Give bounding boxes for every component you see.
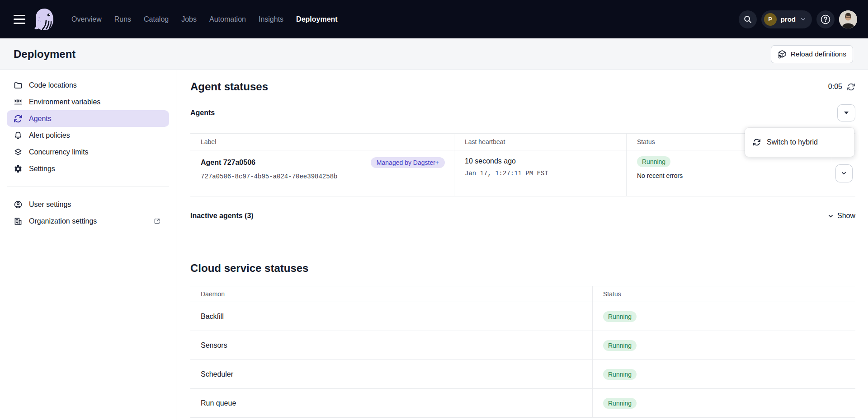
external-link-icon	[153, 217, 161, 225]
managed-badge: Managed by Dagster+	[371, 157, 445, 168]
inactive-agents-title: Inactive agents (3)	[190, 212, 254, 220]
user-avatar[interactable]	[839, 10, 857, 28]
column-header-daemon: Daemon	[190, 286, 593, 302]
agent-row-expand-button[interactable]	[835, 164, 853, 182]
env-vars-icon	[14, 98, 23, 107]
agent-row: Agent 727a0506 Managed by Dagster+ 727a0…	[190, 150, 855, 196]
inactive-agents-show-toggle[interactable]: Show	[827, 212, 855, 220]
page-title: Deployment	[14, 48, 75, 61]
sidebar-item-label: Concurrency limits	[29, 148, 89, 156]
help-button[interactable]	[816, 10, 835, 28]
nav-item-overview[interactable]: Overview	[71, 15, 102, 23]
column-header-label: Label	[190, 134, 454, 150]
cloud-services-table: Daemon Status Backfill Running Sensors R…	[190, 286, 855, 418]
sidebar-item-concurrency-limits[interactable]: Concurrency limits	[7, 144, 169, 160]
sidebar-item-label: Organization settings	[29, 217, 97, 225]
sidebar-item-label: Agents	[29, 115, 52, 123]
refresh-icon[interactable]	[847, 83, 855, 91]
heartbeat-relative: 10 seconds ago	[465, 157, 626, 165]
table-row: Scheduler Running	[190, 360, 855, 389]
workspace-switcher[interactable]: P prod	[761, 10, 812, 28]
sidebar-divider	[7, 187, 169, 187]
layers-icon	[14, 148, 23, 157]
agent-status-badge: Running	[637, 156, 670, 167]
hamburger-menu-icon[interactable]	[14, 15, 25, 24]
agent-name: Agent 727a0506	[201, 159, 255, 167]
reload-definitions-label: Reload definitions	[791, 50, 846, 58]
status-badge: Running	[603, 311, 637, 322]
table-row: Backfill Running	[190, 302, 855, 331]
table-row: Sensors Running	[190, 331, 855, 360]
search-icon	[743, 15, 752, 24]
sidebar-item-organization-settings[interactable]: Organization settings	[7, 213, 169, 229]
sidebar-item-label: Code locations	[29, 81, 77, 89]
search-button[interactable]	[739, 10, 757, 28]
caret-down-icon	[844, 112, 849, 114]
sidebar-item-user-settings[interactable]: User settings	[7, 196, 169, 213]
agents-section-title: Agents	[190, 109, 215, 117]
user-circle-icon	[14, 200, 23, 209]
sidebar-item-environment-variables[interactable]: Environment variables	[7, 93, 169, 110]
sidebar-item-settings[interactable]: Settings	[7, 160, 169, 177]
nav-item-runs[interactable]: Runs	[114, 15, 131, 23]
gear-icon	[14, 164, 23, 173]
deployment-sidebar: Code locations Environment variables Age…	[0, 70, 176, 420]
column-header-status: Status	[593, 286, 855, 302]
agent-cycle-icon	[14, 114, 23, 123]
nav-item-catalog[interactable]: Catalog	[144, 15, 169, 23]
building-icon	[14, 217, 23, 226]
reload-definitions-button[interactable]: Reload definitions	[771, 45, 853, 63]
daemon-name: Sensors	[190, 331, 593, 359]
refresh-countdown: 0:05	[828, 83, 855, 91]
daemon-name: Scheduler	[190, 360, 593, 388]
folder-icon	[14, 81, 23, 90]
table-row: Run queue Running	[190, 389, 855, 418]
cloud-service-statuses-title: Cloud service statuses	[190, 261, 855, 276]
countdown-timer: 0:05	[828, 83, 842, 91]
daemon-name: Backfill	[190, 302, 593, 331]
chevron-down-icon	[840, 170, 847, 177]
nav-item-insights[interactable]: Insights	[259, 15, 283, 23]
column-header-last-heartbeat: Last heartbeat	[454, 134, 627, 150]
bell-icon	[14, 131, 23, 140]
sidebar-item-label: Alert policies	[29, 131, 70, 140]
main-content: Agent statuses 0:05 Agents Label Last he…	[177, 70, 868, 420]
sidebar-item-alert-policies[interactable]: Alert policies	[7, 127, 169, 144]
page-header: Deployment Reload definitions	[0, 38, 868, 70]
agents-actions-menu: Switch to hybrid	[745, 128, 854, 157]
status-badge: Running	[603, 340, 637, 351]
sidebar-item-label: User settings	[29, 201, 71, 209]
sidebar-item-agents[interactable]: Agents	[7, 110, 169, 127]
workspace-name: prod	[781, 15, 796, 23]
show-label: Show	[837, 212, 855, 220]
menu-item-switch-to-hybrid[interactable]: Switch to hybrid	[745, 138, 854, 146]
nav-item-automation[interactable]: Automation	[209, 15, 246, 23]
reload-definitions-icon	[778, 50, 787, 59]
nav-item-deployment[interactable]: Deployment	[296, 15, 338, 23]
agent-status-note: No recent errors	[637, 172, 832, 179]
workspace-avatar: P	[764, 13, 777, 26]
sidebar-item-code-locations[interactable]: Code locations	[7, 77, 169, 93]
chevron-down-icon	[827, 213, 834, 219]
status-badge: Running	[603, 369, 637, 380]
menu-item-label: Switch to hybrid	[767, 138, 818, 146]
daemon-name: Run queue	[190, 389, 593, 417]
nav-item-jobs[interactable]: Jobs	[181, 15, 197, 23]
sidebar-item-label: Environment variables	[29, 98, 100, 106]
sidebar-item-label: Settings	[29, 165, 55, 173]
cloud-table-header: Daemon Status	[190, 286, 855, 302]
agents-actions-dropdown-button[interactable]	[837, 104, 855, 121]
dagster-logo[interactable]	[33, 8, 56, 31]
agent-statuses-title: Agent statuses	[190, 80, 268, 93]
help-icon	[820, 14, 831, 25]
primary-nav: Overview Runs Catalog Jobs Automation In…	[71, 15, 338, 23]
agent-cycle-icon	[753, 138, 761, 146]
chevron-down-icon	[800, 16, 807, 23]
agent-id: 727a0506-8c97-4b95-a024-70ee3984258b	[201, 173, 445, 180]
top-navbar: Overview Runs Catalog Jobs Automation In…	[0, 0, 868, 38]
status-badge: Running	[603, 398, 637, 409]
heartbeat-timestamp: Jan 17, 1:27:11 PM EST	[465, 170, 626, 177]
